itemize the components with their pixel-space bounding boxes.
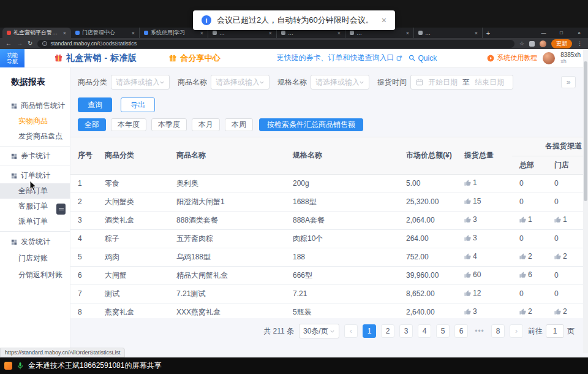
quick-tab[interactable]: 全部	[78, 118, 106, 131]
chevron-down-icon	[330, 329, 335, 334]
summary-button[interactable]: 按检索条件汇总商品销售额	[259, 118, 363, 131]
tutorial-link[interactable]: 系统使用教程	[487, 53, 537, 63]
next-page-button[interactable]: ›	[510, 324, 523, 338]
quick-tab[interactable]: 本月	[192, 118, 220, 131]
browser-update-button[interactable]: 更新	[551, 39, 572, 48]
count-link[interactable]: 3	[464, 215, 477, 224]
tab-close-icon[interactable]: ×	[63, 30, 66, 36]
search-button[interactable]: 查询	[78, 97, 112, 112]
share-center-link[interactable]: 合分享中心	[168, 53, 220, 64]
sidebar-item[interactable]: 发货商品盘点	[0, 129, 70, 144]
quick-tab[interactable]: 本季度	[151, 118, 187, 131]
sidebar-collapse-handle[interactable]	[56, 204, 66, 215]
page-size-select[interactable]: 30条/页	[299, 324, 339, 338]
sidebar-item[interactable]: 订单统计	[0, 168, 70, 183]
sidebar-item[interactable]: 门店对账	[0, 250, 70, 267]
count-link[interactable]: 1	[464, 178, 477, 187]
count-link[interactable]: 3	[464, 234, 477, 242]
sidebar-item[interactable]: 派单订单	[0, 214, 70, 229]
browser-menu-icon[interactable]: ⋮	[577, 40, 582, 47]
sidebar-item[interactable]: 发货统计	[0, 234, 70, 250]
page-button[interactable]: 8	[491, 324, 505, 338]
refresh-icon[interactable]: ↻	[28, 40, 32, 47]
quick-entry-tip[interactable]: 更快捷的券卡、订单和快递查询入口	[276, 53, 402, 63]
function-nav-button[interactable]: 功能 导航	[0, 49, 24, 67]
collapse-panel-button[interactable]: »	[561, 76, 576, 88]
url-text: standard.maboy.cn/GoodsStatistics	[50, 40, 137, 47]
page-button[interactable]: 4	[418, 324, 431, 338]
sidebar-item[interactable]: 实物商品	[0, 113, 70, 129]
filter-select[interactable]: 请选择或输入	[111, 75, 170, 90]
cell-amount: 5.00	[399, 174, 457, 193]
count-link[interactable]: 1	[519, 215, 532, 224]
quick-search[interactable]: Quick	[409, 54, 437, 63]
count-link[interactable]: 12	[464, 289, 481, 297]
cell-store: 0	[547, 174, 583, 193]
tab-favicon-icon	[418, 31, 423, 35]
count-link[interactable]: 2	[554, 252, 567, 261]
microphone-icon	[17, 362, 24, 370]
new-tab-button[interactable]: +	[483, 28, 494, 38]
tutorial-play-icon	[487, 55, 494, 62]
page-button[interactable]: 3	[399, 324, 413, 338]
forward-icon[interactable]: →	[17, 40, 23, 47]
quick-tab[interactable]: 本年度	[111, 118, 146, 131]
sidebar-item[interactable]: 券卡统计	[0, 148, 70, 164]
count-link[interactable]: 3	[464, 307, 477, 316]
filter-select[interactable]: 请选择或输入	[311, 75, 369, 90]
window-minimize-button[interactable]: —	[535, 28, 552, 38]
page-button[interactable]: 2	[381, 324, 394, 338]
window-close-button[interactable]: ×	[570, 28, 588, 38]
count-link[interactable]: 6	[519, 270, 532, 279]
extensions-icon[interactable]	[529, 41, 535, 47]
window-maximize-button[interactable]: □	[552, 28, 570, 38]
page-scrollbar[interactable]	[583, 49, 588, 353]
count-link[interactable]: 2	[519, 252, 532, 261]
browser-tab[interactable]: 门店管理中心 ×	[71, 28, 140, 38]
date-end-placeholder: 结束日期	[475, 77, 504, 88]
info-icon: i	[202, 15, 211, 25]
cell-name: 阳澄湖大闸蟹1	[169, 193, 285, 211]
tab-close-icon[interactable]: ×	[132, 30, 135, 36]
page-button[interactable]: 6	[454, 324, 468, 338]
count-link[interactable]: 2	[519, 307, 532, 316]
page-button[interactable]: 5	[436, 324, 450, 338]
cell-amount: 25,320.00	[399, 193, 457, 211]
count-link[interactable]: 4	[464, 252, 477, 261]
user-info[interactable]: 8385xh xh	[560, 52, 581, 64]
tab-close-icon[interactable]: ×	[475, 30, 478, 36]
tab-close-icon[interactable]: ×	[200, 30, 203, 36]
export-button[interactable]: 导出	[121, 97, 155, 112]
column-store: 门店	[547, 156, 583, 174]
scrollbar-thumb[interactable]	[584, 61, 587, 201]
count-link[interactable]: 15	[464, 197, 481, 205]
browser-profile-avatar[interactable]	[540, 40, 546, 47]
browser-tab[interactable]: 礼盒营销平台管理中心 ×	[2, 28, 71, 38]
prev-page-button[interactable]: ‹	[344, 324, 358, 338]
tab-close-icon[interactable]: ×	[337, 30, 341, 36]
quick-tabs: 全部本年度本季度本月本周	[78, 118, 253, 131]
tab-close-icon[interactable]: ×	[269, 30, 272, 36]
filter-select[interactable]: 请选择或输入	[211, 75, 270, 90]
goto-page-input[interactable]: 1	[546, 324, 564, 338]
back-icon[interactable]: ←	[6, 40, 12, 47]
tab-close-icon[interactable]: ×	[406, 30, 409, 36]
sidebar-item[interactable]: 全部订单	[0, 183, 70, 199]
count-link[interactable]: 60	[464, 270, 481, 279]
count-link[interactable]: 2	[554, 307, 567, 316]
page-button[interactable]: 1	[363, 324, 376, 338]
bookmark-star-icon[interactable]: ☆	[519, 40, 524, 47]
user-avatar[interactable]	[543, 52, 555, 64]
quick-tab[interactable]: 本周	[225, 118, 253, 131]
count-value: 0	[519, 179, 524, 188]
toast-close-icon[interactable]: ×	[382, 15, 386, 25]
screen: i 会议已超过2人，自动转为60分钟限时会议。 × 礼盒营销平台管理中心 × 门…	[0, 0, 588, 374]
sidebar-item[interactable]: 分销返利对账	[0, 267, 70, 283]
count-link[interactable]: 1	[554, 215, 567, 224]
browser-tab[interactable]: … ×	[414, 28, 483, 38]
sidebar-item[interactable]: 商品销售统计	[0, 98, 70, 113]
site-info-icon[interactable]: i	[42, 41, 47, 46]
date-range-picker[interactable]: 开始日期 至 结束日期	[410, 75, 513, 90]
pick-hand-icon	[464, 198, 471, 205]
address-bar[interactable]: i standard.maboy.cn/GoodsStatistics	[37, 40, 514, 48]
